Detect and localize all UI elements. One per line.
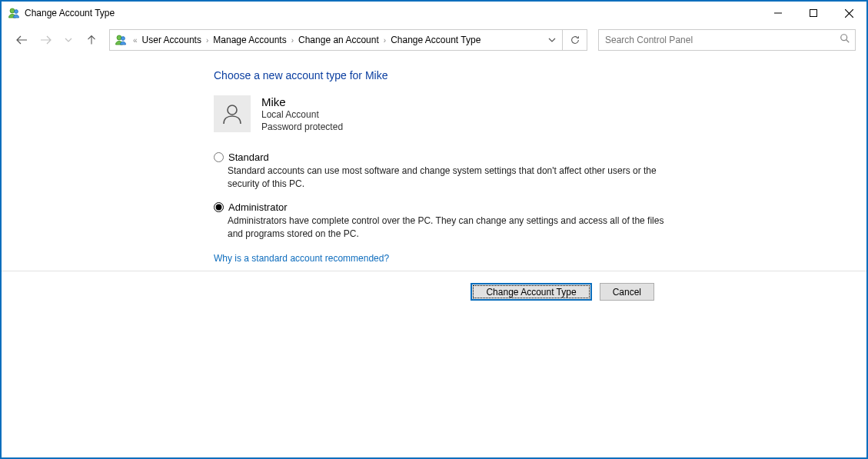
address-dropdown[interactable] bbox=[542, 30, 562, 50]
avatar bbox=[214, 95, 251, 132]
maximize-button[interactable] bbox=[796, 2, 831, 25]
administrator-description: Administrators have complete control ove… bbox=[228, 215, 675, 241]
svg-point-7 bbox=[121, 37, 125, 41]
close-button[interactable] bbox=[831, 2, 866, 25]
recent-locations-dropdown[interactable] bbox=[58, 30, 78, 50]
content-area: Choose a new account type for Mike Mike … bbox=[2, 55, 866, 457]
page-heading: Choose a new account type for Mike bbox=[214, 69, 675, 81]
divider bbox=[2, 271, 866, 271]
radio-administrator[interactable] bbox=[214, 202, 224, 212]
search-input[interactable] bbox=[604, 34, 840, 46]
breadcrumb[interactable]: « User Accounts › Manage Accounts › Chan… bbox=[110, 30, 542, 50]
minimize-button[interactable] bbox=[760, 2, 796, 25]
up-button[interactable] bbox=[81, 30, 101, 50]
search-box[interactable] bbox=[598, 29, 856, 51]
breadcrumb-item[interactable]: Change Account Type bbox=[391, 35, 481, 45]
chevron-left-icon: « bbox=[131, 36, 139, 45]
svg-point-0 bbox=[10, 8, 15, 13]
breadcrumb-item[interactable]: Change an Account bbox=[298, 35, 379, 45]
breadcrumb-item[interactable]: Manage Accounts bbox=[213, 35, 286, 45]
radio-administrator-label[interactable]: Administrator bbox=[228, 201, 288, 213]
svg-point-8 bbox=[841, 35, 847, 41]
search-icon[interactable] bbox=[840, 33, 850, 47]
refresh-button[interactable] bbox=[562, 30, 587, 50]
radio-standard[interactable] bbox=[214, 152, 224, 162]
chevron-right-icon: › bbox=[382, 36, 387, 45]
user-name: Mike bbox=[261, 95, 343, 108]
user-block: Mike Local Account Password protected bbox=[214, 95, 675, 133]
svg-point-10 bbox=[228, 105, 237, 115]
change-account-type-button[interactable]: Change Account Type bbox=[471, 283, 591, 301]
svg-point-6 bbox=[117, 35, 121, 40]
back-button[interactable] bbox=[12, 30, 32, 50]
chevron-right-icon: › bbox=[205, 36, 210, 45]
forward-button[interactable] bbox=[35, 30, 55, 50]
user-password-status: Password protected bbox=[261, 121, 343, 133]
cancel-button[interactable]: Cancel bbox=[600, 283, 654, 301]
standard-description: Standard accounts can use most software … bbox=[228, 165, 675, 191]
breadcrumb-item[interactable]: User Accounts bbox=[142, 35, 201, 45]
why-standard-link[interactable]: Why is a standard account recommended? bbox=[214, 253, 675, 264]
svg-rect-3 bbox=[810, 10, 817, 17]
radio-standard-label[interactable]: Standard bbox=[228, 151, 269, 163]
svg-point-1 bbox=[15, 10, 18, 14]
button-row: Change Account Type Cancel bbox=[2, 283, 866, 301]
option-standard: Standard Standard accounts can use most … bbox=[214, 151, 675, 191]
chevron-right-icon: › bbox=[290, 36, 295, 45]
user-accounts-icon bbox=[8, 7, 20, 19]
titlebar: Change Account Type bbox=[2, 2, 866, 25]
option-administrator: Administrator Administrators have comple… bbox=[214, 201, 675, 241]
user-account-type: Local Account bbox=[261, 108, 343, 121]
address-bar[interactable]: « User Accounts › Manage Accounts › Chan… bbox=[109, 29, 587, 51]
nav-toolbar: « User Accounts › Manage Accounts › Chan… bbox=[2, 25, 866, 55]
svg-line-9 bbox=[846, 40, 850, 43]
window-title: Change Account Type bbox=[25, 8, 115, 18]
user-accounts-icon bbox=[115, 34, 127, 46]
